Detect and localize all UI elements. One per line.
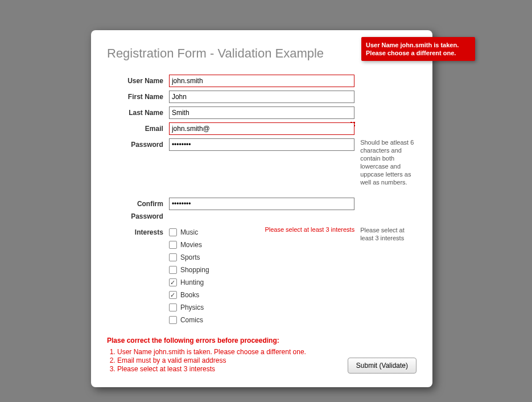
- password-input[interactable]: [169, 138, 354, 151]
- interest-option[interactable]: Comics: [169, 314, 354, 326]
- interest-option[interactable]: ✓Books: [169, 289, 354, 301]
- interest-option[interactable]: Sports: [169, 251, 354, 264]
- row-password: Password Should be atleast 6 characters …: [107, 138, 416, 198]
- submit-button[interactable]: Submit (Validate): [348, 358, 416, 374]
- interest-label: Shopping: [180, 266, 209, 274]
- interests-inline-error: Please select at least 3 interests: [265, 226, 354, 233]
- interest-option[interactable]: ✓Hunting: [169, 276, 354, 289]
- checkbox-icon[interactable]: [169, 241, 177, 249]
- interest-option[interactable]: Movies: [169, 239, 354, 251]
- interest-option[interactable]: Physics: [169, 301, 354, 314]
- label-username: User Name: [107, 75, 169, 87]
- error-summary-title: Plase correct the following errors befor…: [107, 337, 416, 344]
- checkbox-icon[interactable]: [169, 303, 177, 311]
- confirm-password-input[interactable]: [169, 198, 354, 210]
- checkbox-icon[interactable]: ✓: [169, 291, 177, 299]
- label-interests: Interests: [107, 226, 169, 239]
- username-error-tooltip: User Name john.smith is taken. Please ch…: [361, 37, 475, 61]
- interest-label: Comics: [180, 316, 203, 324]
- lastname-input[interactable]: [169, 106, 354, 119]
- interest-label: Movies: [180, 241, 202, 249]
- email-input[interactable]: [169, 122, 354, 135]
- interest-option[interactable]: Shopping: [169, 264, 354, 276]
- interest-label: Hunting: [180, 278, 204, 286]
- label-email: Email: [107, 122, 169, 135]
- label-confirm: Confirm Password: [107, 198, 169, 223]
- row-email: Email: [107, 122, 416, 135]
- checkbox-icon[interactable]: ✓: [169, 278, 177, 286]
- interest-label: Music: [180, 228, 198, 236]
- checkbox-icon[interactable]: [169, 316, 177, 324]
- interests-hint: Please select at least 3 interests: [354, 226, 416, 242]
- interest-label: Physics: [180, 303, 204, 311]
- firstname-input[interactable]: [169, 91, 354, 103]
- label-firstname: First Name: [107, 91, 169, 103]
- row-username: User Name: [107, 75, 416, 87]
- interest-label: Books: [180, 291, 199, 299]
- label-password: Password: [107, 138, 169, 151]
- label-lastname: Last Name: [107, 106, 169, 119]
- username-input[interactable]: [169, 75, 354, 87]
- checkbox-icon[interactable]: [169, 253, 177, 261]
- password-hint: Should be atleast 6 characters and conta…: [354, 138, 416, 186]
- row-lastname: Last Name: [107, 106, 416, 119]
- error-item: User Name john.smith is taken. Please ch…: [117, 348, 416, 356]
- row-interests: Interests Please select at least 3 inter…: [107, 226, 416, 326]
- checkbox-icon[interactable]: [169, 266, 177, 274]
- row-firstname: First Name: [107, 91, 416, 103]
- row-confirm: Confirm Password: [107, 198, 416, 223]
- interest-label: Sports: [180, 253, 200, 261]
- form-card: Registration Form - Validation Example U…: [91, 30, 432, 387]
- checkbox-icon[interactable]: [169, 228, 177, 236]
